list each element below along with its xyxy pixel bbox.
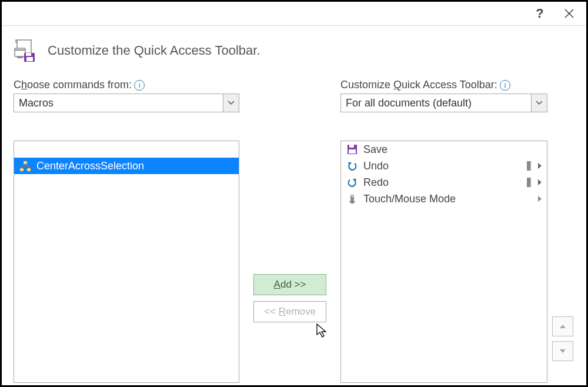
chevron-down-icon[interactable] bbox=[223, 94, 239, 112]
available-commands-list[interactable]: CenterAcrossSelection bbox=[14, 141, 239, 383]
list-item[interactable]: CenterAcrossSelection bbox=[14, 158, 239, 174]
help-button[interactable]: ? bbox=[525, 3, 554, 24]
titlebar: ? bbox=[2, 2, 586, 26]
info-icon[interactable]: i bbox=[500, 80, 510, 91]
content: Customize the Quick Access Toolbar. Choo… bbox=[2, 26, 586, 387]
customize-qat-label: Customize Quick Access Toolbar: i bbox=[340, 79, 547, 91]
help-icon: ? bbox=[536, 6, 543, 21]
move-down-button[interactable] bbox=[552, 341, 573, 361]
macro-icon bbox=[14, 160, 36, 172]
svg-rect-4 bbox=[17, 56, 23, 58]
chevron-right-icon[interactable] bbox=[533, 162, 547, 169]
qat-scope-combo[interactable]: For all documents (default) bbox=[340, 94, 547, 112]
triangle-up-icon bbox=[559, 324, 566, 329]
remove-button[interactable]: << Remove bbox=[253, 301, 326, 322]
list-item[interactable]: Touch/Mouse Mode bbox=[341, 191, 547, 207]
split-separator bbox=[527, 161, 531, 171]
svg-rect-9 bbox=[24, 161, 27, 164]
list-item-label: Redo bbox=[363, 176, 527, 189]
add-button[interactable]: Add >> bbox=[253, 274, 326, 295]
svg-rect-5 bbox=[15, 49, 25, 51]
touch-icon bbox=[341, 193, 363, 205]
list-item-label: Touch/Mouse Mode bbox=[363, 193, 533, 205]
list-item[interactable] bbox=[14, 141, 239, 158]
list-item[interactable]: Redo bbox=[341, 174, 547, 191]
move-up-button[interactable] bbox=[552, 316, 573, 336]
svg-marker-26 bbox=[560, 325, 566, 328]
columns: Choose commands from: i Macros CenterAcr… bbox=[14, 79, 574, 383]
list-item[interactable]: Save bbox=[341, 141, 547, 158]
options-dialog: ? Customize the Quick Access Toolbar. bbox=[0, 0, 588, 387]
save-icon bbox=[341, 144, 363, 155]
combo-text: For all documents (default) bbox=[341, 97, 531, 109]
svg-rect-17 bbox=[349, 145, 354, 148]
left-column: Choose commands from: i Macros CenterAcr… bbox=[14, 79, 239, 383]
svg-rect-7 bbox=[26, 53, 31, 56]
svg-rect-18 bbox=[349, 149, 356, 154]
header-title: Customize the Quick Access Toolbar. bbox=[48, 43, 260, 58]
info-icon[interactable]: i bbox=[134, 80, 145, 91]
svg-rect-14 bbox=[20, 168, 24, 171]
svg-marker-20 bbox=[538, 163, 542, 169]
right-column: Customize Quick Access Toolbar: i For al… bbox=[340, 79, 547, 383]
triangle-down-icon bbox=[559, 349, 566, 353]
list-item-label: Save bbox=[363, 144, 547, 156]
close-icon bbox=[564, 8, 574, 19]
middle-column: Add >> << Remove bbox=[251, 79, 329, 322]
choose-commands-label: Choose commands from: i bbox=[14, 79, 239, 91]
qat-commands-list[interactable]: SaveUndoRedoTouch/Mouse Mode bbox=[340, 141, 547, 383]
svg-marker-22 bbox=[538, 179, 542, 185]
close-button[interactable] bbox=[554, 3, 584, 24]
list-item[interactable]: Undo bbox=[341, 158, 547, 174]
commands-source-combo[interactable]: Macros bbox=[14, 94, 239, 112]
list-item-label: Undo bbox=[363, 160, 527, 172]
split-separator bbox=[527, 178, 531, 187]
chevron-down-icon[interactable] bbox=[531, 94, 547, 112]
list-item-label: CenterAcrossSelection bbox=[36, 160, 239, 172]
qat-customize-icon bbox=[14, 39, 37, 62]
svg-marker-25 bbox=[538, 196, 542, 202]
undo-icon bbox=[341, 160, 363, 172]
chevron-right-icon[interactable] bbox=[533, 195, 547, 202]
svg-rect-8 bbox=[26, 57, 33, 61]
svg-rect-15 bbox=[27, 168, 31, 171]
redo-icon bbox=[341, 176, 363, 188]
svg-rect-23 bbox=[350, 195, 354, 201]
reorder-buttons bbox=[552, 316, 573, 361]
chevron-right-icon[interactable] bbox=[533, 179, 547, 186]
combo-text: Macros bbox=[14, 97, 223, 109]
header: Customize the Quick Access Toolbar. bbox=[14, 39, 574, 62]
svg-point-24 bbox=[352, 196, 353, 198]
svg-marker-27 bbox=[560, 349, 566, 353]
